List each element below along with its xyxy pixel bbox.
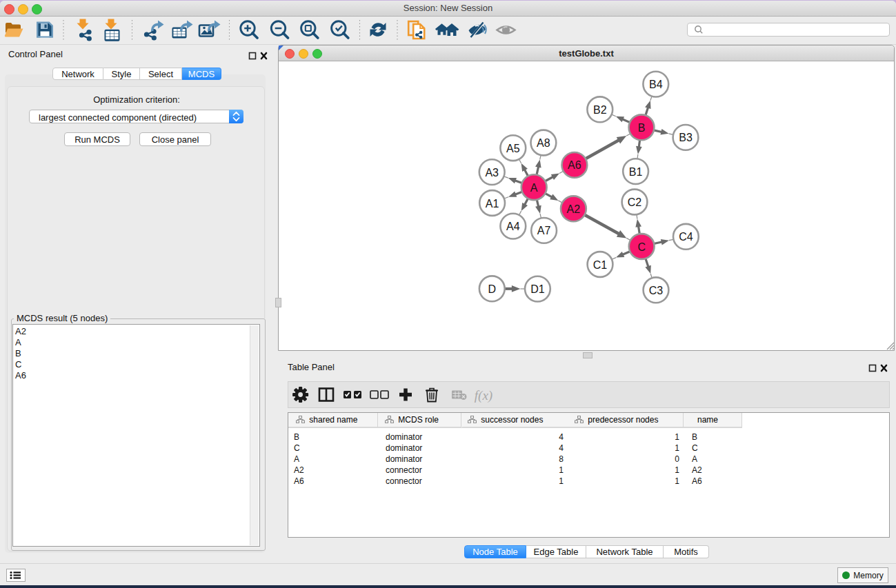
svg-text:B1: B1 [629,166,643,178]
svg-text:B2: B2 [593,104,607,116]
svg-text:A4: A4 [506,221,520,232]
svg-text:f(x): f(x) [475,388,492,403]
svg-text:B3: B3 [679,132,693,143]
svg-text:A6: A6 [568,159,581,171]
svg-text:A1: A1 [486,198,499,210]
svg-text:A2: A2 [567,203,581,215]
svg-text:A5: A5 [506,143,520,154]
svg-text:A: A [530,182,538,194]
svg-text:C3: C3 [649,285,664,296]
svg-text:A7: A7 [537,225,551,236]
svg-text:C1: C1 [593,259,608,271]
svg-text:B4: B4 [649,79,663,90]
svg-text:D: D [488,283,497,295]
svg-text:A3: A3 [485,167,499,179]
svg-text:C2: C2 [628,196,642,208]
svg-text:D1: D1 [530,283,545,295]
svg-text:B: B [638,122,646,134]
svg-text:C4: C4 [679,231,693,243]
svg-text:C: C [637,241,646,253]
svg-text:A8: A8 [537,137,550,149]
